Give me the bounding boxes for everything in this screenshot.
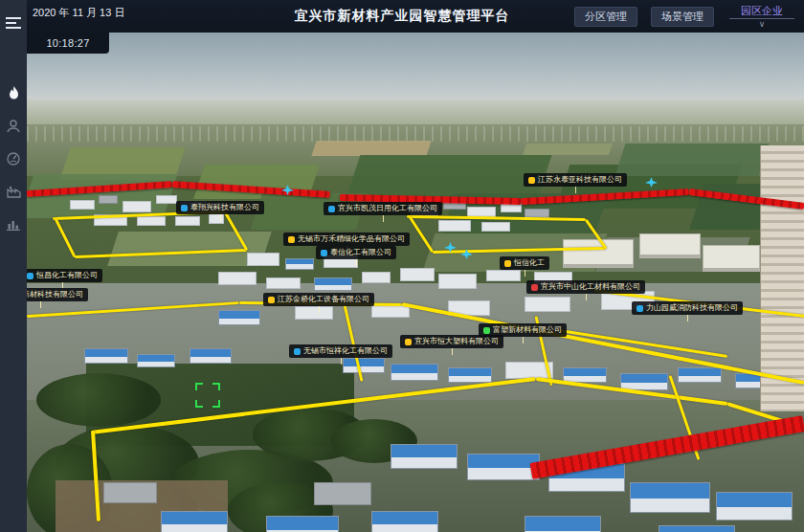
office-building — [703, 245, 760, 272]
factory-icon[interactable] — [0, 175, 27, 208]
building — [678, 367, 722, 383]
field-patch — [523, 144, 613, 155]
company-label-text: 富塑新材料有限公司 — [493, 323, 562, 337]
building — [137, 216, 166, 226]
company-marker-icon — [294, 348, 301, 355]
company-marker-icon — [328, 206, 335, 212]
building — [467, 454, 540, 480]
building — [371, 511, 438, 532]
park-enterprise-dropdown[interactable]: 园区企业 ∨ — [727, 4, 796, 29]
building — [438, 274, 477, 289]
building — [716, 492, 793, 521]
building — [438, 220, 471, 232]
company-label[interactable]: 恒昌化工有限公司 — [27, 269, 102, 282]
building — [218, 310, 260, 325]
app-window: 2020 年 11 月 13 日 宜兴市新材料产业园智慧管理平台 分区管理 场景… — [0, 0, 804, 532]
building — [161, 511, 228, 532]
company-label[interactable]: 宜兴市中山化工材料有限公司 — [526, 280, 645, 294]
company-label-text: 兴市新材科技有限公司 — [27, 288, 83, 301]
building — [486, 270, 521, 281]
building — [448, 367, 492, 383]
company-label-text: 宜兴市中山化工材料有限公司 — [541, 280, 640, 294]
bar-chart-icon[interactable] — [0, 208, 27, 240]
company-label[interactable]: 力山园威消防科技有限公司 — [632, 301, 743, 315]
building — [99, 195, 118, 204]
field-patch — [311, 141, 431, 156]
company-label-text: 宜兴市恒大塑料有限公司 — [414, 335, 499, 348]
company-label-text: 力山园威消防科技有限公司 — [646, 301, 738, 315]
company-label[interactable]: 泰翔兴科技有限公司 — [176, 201, 264, 214]
company-marker-icon — [181, 205, 188, 211]
aircraft-marker-icon[interactable] — [444, 239, 457, 256]
map-3d-viewport[interactable]: 泰翔兴科技有限公司宜兴市凯茂日用化工有限公司江苏永泰亚科技有限公司无锡市万禾精细… — [27, 33, 804, 532]
target-selection-box — [195, 383, 220, 408]
building — [123, 201, 151, 212]
company-marker-icon — [268, 297, 275, 303]
building — [525, 516, 601, 532]
company-label[interactable]: 江苏永泰亚科技有限公司 — [524, 173, 627, 187]
company-label[interactable]: 恒信化工 — [500, 256, 549, 270]
gauge-icon[interactable] — [0, 143, 27, 175]
building — [266, 277, 301, 289]
header-actions: 分区管理 场景管理 园区企业 ∨ — [574, 0, 796, 33]
office-building — [639, 233, 701, 258]
company-marker-icon — [531, 284, 538, 291]
zone-management-button[interactable]: 分区管理 — [574, 7, 637, 27]
chevron-down-icon: ∨ — [759, 20, 766, 29]
building — [630, 482, 710, 513]
person-icon[interactable] — [0, 110, 27, 143]
company-label[interactable]: 宜兴市恒大塑料有限公司 — [400, 335, 503, 348]
aircraft-marker-icon[interactable] — [281, 182, 294, 199]
building — [190, 348, 232, 364]
building — [391, 444, 458, 469]
distant-town — [27, 126, 804, 142]
company-marker-icon — [321, 250, 327, 256]
date-display: 2020 年 11 月 13 日 — [33, 6, 124, 20]
building — [266, 516, 339, 532]
time-panel: 10:18:27 — [27, 33, 109, 54]
building — [362, 272, 391, 283]
company-label-text: 泰信化工有限公司 — [330, 246, 391, 259]
building — [70, 200, 95, 210]
aircraft-marker-icon[interactable] — [645, 174, 658, 191]
flame-icon[interactable] — [0, 78, 27, 110]
building — [175, 216, 200, 226]
company-label[interactable]: 泰信化工有限公司 — [316, 246, 396, 259]
company-label[interactable]: 无锡市万禾精细化学品有限公司 — [283, 233, 410, 246]
high-rise-tower — [760, 145, 804, 411]
menu-icon[interactable] — [0, 7, 27, 39]
building — [391, 364, 438, 381]
top-header: 2020 年 11 月 13 日 宜兴市新材料产业园智慧管理平台 分区管理 场景… — [0, 0, 804, 33]
building — [295, 306, 333, 320]
clock-display: 10:18:27 — [46, 37, 89, 49]
company-label[interactable]: 江苏金桥化工设备有限公司 — [263, 293, 374, 306]
company-label[interactable]: 兴市新材科技有限公司 — [27, 288, 88, 301]
sky-layer — [27, 33, 804, 103]
company-marker-icon — [27, 273, 34, 279]
company-label-text: 恒昌化工有限公司 — [36, 269, 98, 282]
company-label-text: 泰翔兴科技有限公司 — [190, 201, 259, 214]
park-enterprise-label: 园区企业 — [741, 4, 783, 17]
company-label[interactable]: 宜兴市凯茂日用化工有限公司 — [324, 202, 442, 215]
building — [156, 195, 177, 204]
left-toolbar — [0, 0, 27, 532]
building — [218, 272, 257, 285]
building — [659, 525, 735, 532]
company-label[interactable]: 富塑新材料有限公司 — [479, 323, 567, 337]
company-marker-icon — [483, 327, 490, 334]
building — [481, 222, 510, 232]
scene-management-button[interactable]: 场景管理 — [651, 7, 714, 27]
building — [314, 277, 352, 291]
building — [137, 354, 175, 367]
company-label-text: 江苏永泰亚科技有限公司 — [538, 173, 622, 187]
aircraft-marker-icon[interactable] — [460, 246, 473, 263]
company-label[interactable]: 无锡市恒祥化工有限公司 — [289, 344, 392, 358]
company-marker-icon — [528, 177, 535, 184]
company-label-text: 恒信化工 — [514, 256, 545, 270]
building — [247, 253, 279, 266]
company-marker-icon — [504, 260, 511, 267]
company-marker-icon — [405, 339, 412, 345]
building — [103, 482, 157, 503]
company-marker-icon — [636, 305, 643, 312]
building — [84, 348, 128, 364]
